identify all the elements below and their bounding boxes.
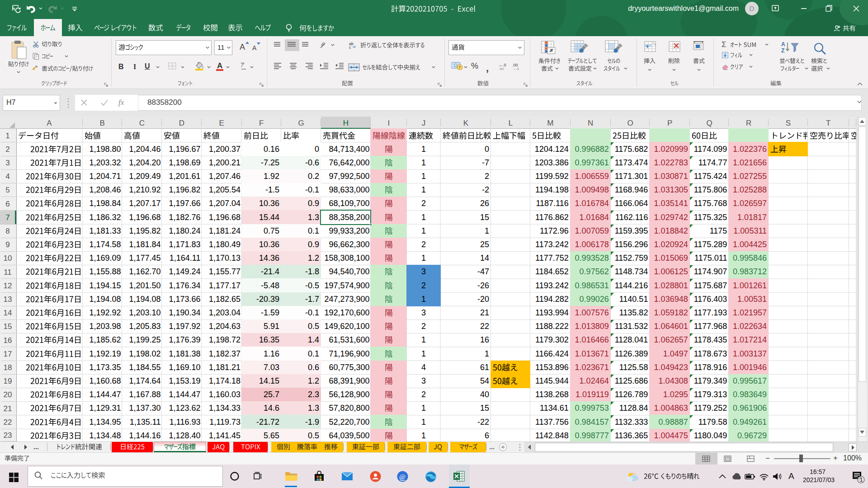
svg-text:→.0: →.0 xyxy=(512,67,519,70)
svg-text:menu: menu xyxy=(400,479,406,482)
svg-text:Z: Z xyxy=(781,47,784,54)
svg-text:.00: .00 xyxy=(499,67,504,70)
svg-text:A: A xyxy=(781,41,785,47)
svg-text:1: 1 xyxy=(860,477,863,483)
svg-text:c: c xyxy=(349,45,351,49)
svg-text:ab: ab xyxy=(320,41,326,47)
